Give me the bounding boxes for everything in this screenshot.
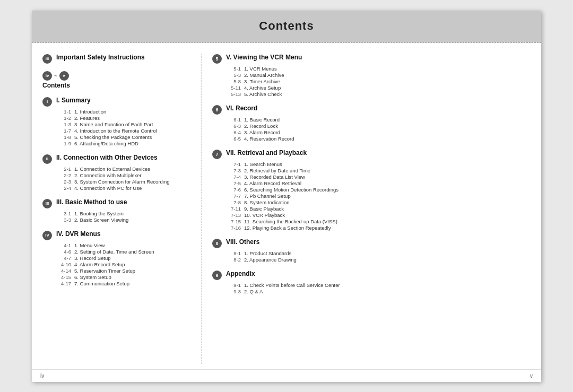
section-title: Appendix: [226, 270, 255, 277]
toc-page-num: 7-7: [226, 193, 241, 199]
toc-page-num: 1-1: [56, 109, 71, 115]
toc-entry: 7-1612. Playing Back a Section Repeatedl…: [226, 225, 531, 231]
toc-entry: 6-32. Record Lock: [226, 123, 531, 129]
toc-entry: 1-96. Attaching/Deta ching HDD: [56, 141, 190, 146]
toc-entry-text: 4. Reservation Record: [244, 136, 294, 142]
toc-entry: 5-135. Archive Check: [226, 91, 531, 97]
toc-entry-text: 3. Alarm Record: [244, 129, 280, 135]
toc-entry-text: 6. System Setup: [74, 274, 111, 280]
toc-entry: 2-11. Connection to External Devices: [56, 166, 190, 172]
toc-entry: 4-156. System Setup: [56, 274, 190, 280]
section-iii: IIIIII. Basic Method to use3-11. Booting…: [42, 198, 190, 223]
toc-entry: 7-1310. VCR Playback: [226, 212, 531, 218]
toc-entry-text: 5. Archive Check: [244, 91, 282, 97]
toc-entry-text: 5. Checking the Package Contents: [74, 134, 152, 140]
toc-entries: 9-11. Check Points before Call Service C…: [212, 282, 531, 294]
toc-entry-text: 1. Search Menus: [244, 161, 282, 167]
section-ii: IIII. Connection with Other Devices2-11.…: [42, 154, 190, 191]
toc-entry: 7-119. Basic Playback: [226, 206, 531, 212]
toc-entry-text: 12. Playing Back a Section Repeatedly: [244, 225, 331, 231]
section-7: 7VII. Retrieval and Playback7-11. Search…: [212, 149, 531, 231]
section-title: V. Viewing the VCR Menu: [226, 54, 302, 61]
toc-entry-text: 1. Introduction: [74, 109, 106, 115]
toc-entry-text: 1. Check Points before Call Service Cent…: [244, 282, 340, 288]
toc-entry-text: 10. VCR Playback: [244, 212, 285, 218]
tilde: ~: [54, 73, 57, 79]
badge-ii: II: [42, 154, 52, 164]
page-title: Contents: [259, 19, 314, 33]
badge-iv: iv: [42, 71, 52, 81]
badge-8: 8: [212, 239, 222, 248]
toc-entry-text: 1. Connection to External Devices: [74, 166, 150, 172]
toc-entry: 5-11. VCR Menus: [226, 66, 531, 72]
toc-page-num: 7-8: [226, 199, 241, 205]
badge-7: 7: [212, 150, 222, 159]
toc-entry-text: 9. Basic Playback: [244, 206, 284, 212]
toc-entry: 6-43. Alarm Record: [226, 129, 531, 135]
toc-entry: 2-44. Connection with PC for Use: [56, 185, 190, 191]
section-header: 9Appendix: [212, 270, 531, 280]
toc-entries: 8-11. Product Standards8-22. Appearance …: [212, 250, 531, 263]
toc-entries: 1-11. Introduction1-22. Features1-33. Na…: [42, 109, 190, 146]
section-header: 6VI. Record: [212, 104, 531, 115]
section-6: 6VI. Record6-11. Basic Record6-32. Recor…: [212, 104, 531, 142]
toc-page-num: 6-3: [226, 123, 241, 129]
badge-i: I: [42, 97, 52, 107]
page: Contents iii Important Safety Instructio…: [32, 11, 541, 382]
toc-entry: 7-43. Recorded Data List View: [226, 174, 531, 180]
toc-entries: 3-11. Booting the System3-32. Basic Scre…: [42, 211, 190, 223]
toc-page-num: 5-1: [226, 66, 241, 72]
toc-entry-text: 1. Basic Record: [244, 117, 280, 123]
toc-entry-text: 6. Searching Motion Detection Recordings: [244, 187, 338, 193]
toc-page-num: 4-17: [56, 281, 71, 286]
footer: iv v: [32, 369, 541, 382]
toc-entry-text: 11. Searching the Backed-up Data (VISS): [244, 219, 337, 224]
toc-entry-text: 3. Record Setup: [74, 255, 111, 261]
toc-entry-text: 1. VCR Menus: [244, 66, 277, 72]
toc-entry-text: 2. Connection with Multiplexer: [74, 172, 142, 178]
contents-label: Contents: [42, 82, 70, 89]
toc-page-num: 4-15: [56, 274, 71, 280]
toc-page-num: 1-2: [56, 115, 71, 121]
toc-entry-text: 2. Record Lock: [244, 123, 278, 129]
section-header: IVIV. DVR Menus: [42, 230, 190, 240]
section-header: 8VIII. Others: [212, 238, 531, 248]
toc-entry: 7-66. Searching Motion Detection Recordi…: [226, 187, 531, 193]
toc-entry-text: 2. Setting of Date, Time and Screen: [74, 249, 154, 255]
left-column: iii Important Safety Instructions iv ~ v: [32, 54, 202, 364]
toc-page-num: 1-8: [56, 134, 71, 140]
toc-entry-text: 4. Introduction to the Remote Control: [74, 128, 157, 134]
toc-entry: 4-177. Communication Setup: [56, 281, 190, 286]
toc-entry: 2-33. System Connection for Alarm Record…: [56, 179, 190, 185]
toc-entry: 4-11. Menu View: [56, 242, 190, 248]
section-title: VIII. Others: [226, 238, 259, 246]
toc-entry-text: 4. Connection with PC for Use: [74, 185, 142, 191]
toc-page-num: 3-1: [56, 211, 71, 216]
toc-entry: 1-11. Introduction: [56, 109, 190, 115]
toc-page-num: 2-2: [56, 172, 71, 178]
section-8: 8VIII. Others8-11. Product Standards8-22…: [212, 238, 531, 263]
badge-iii: iii: [42, 54, 52, 64]
toc-entry-text: 1. Product Standards: [244, 250, 291, 256]
section-header: 7VII. Retrieval and Playback: [212, 149, 531, 159]
content-area: iii Important Safety Instructions iv ~ v: [32, 43, 541, 369]
section-header: IIII. Connection with Other Devices: [42, 154, 190, 164]
section-header: 5V. Viewing the VCR Menu: [212, 54, 531, 64]
toc-entry: 2-22. Connection with Multiplexer: [56, 172, 190, 178]
toc-page-num: 1-9: [56, 141, 71, 146]
toc-entry-text: 2. Basic Screen Viewing: [74, 217, 128, 223]
toc-page-num: 7-16: [226, 225, 241, 231]
toc-page-num: 7-3: [226, 168, 241, 173]
toc-entry-text: 4. Archive Setup: [244, 85, 281, 91]
toc-page-num: 4-6: [56, 249, 71, 255]
toc-page-num: 9-1: [226, 282, 241, 288]
toc-page-num: 4-7: [56, 255, 71, 261]
badge-iv: IV: [42, 231, 52, 240]
toc-entry-text: 1. Menu View: [74, 242, 105, 248]
toc-page-num: 7-5: [226, 180, 241, 186]
toc-entry: 7-77. Pb Channel Setup: [226, 193, 531, 199]
section-title: IV. DVR Menus: [56, 230, 101, 238]
toc-page-num: 6-5: [226, 136, 241, 142]
toc-page-num: 4-10: [56, 262, 71, 267]
toc-page-num: 1-7: [56, 128, 71, 134]
